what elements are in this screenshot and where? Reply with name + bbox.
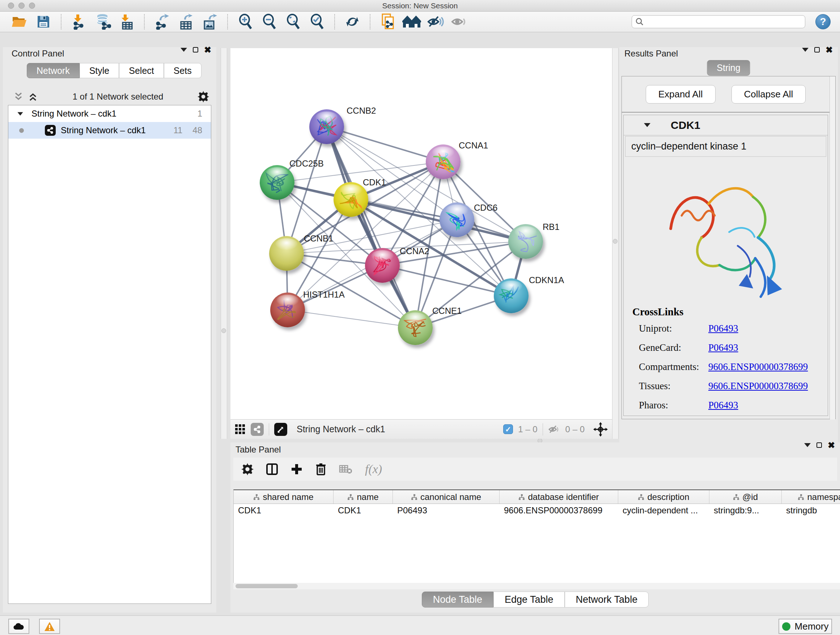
table-row[interactable]: CDK1CDK1P064939606.ENSP00000378699cyclin… — [234, 504, 840, 518]
tab-sets[interactable]: Sets — [164, 63, 202, 78]
cell-name[interactable]: CDK1 — [333, 504, 393, 518]
genecard-link[interactable]: P06493 — [708, 342, 738, 353]
cell-namespace[interactable]: stringdb — [782, 504, 840, 518]
network-type-badge-icon[interactable] — [251, 423, 264, 436]
splitter-handle[interactable] — [613, 239, 617, 244]
network-options-gear-icon[interactable] — [197, 91, 209, 103]
node-details-header[interactable]: CDK1 — [624, 115, 828, 135]
node-label-CDKN1A: CDKN1A — [529, 275, 564, 285]
collapse-entry-icon[interactable] — [644, 123, 651, 127]
node-CCNA2[interactable] — [365, 248, 400, 283]
node-CCNB1[interactable] — [269, 236, 304, 271]
open-file-button[interactable] — [9, 13, 30, 30]
import-table-from-file-button[interactable] — [117, 13, 137, 30]
float-panel-icon[interactable] — [814, 47, 820, 52]
cell-database-identifier[interactable]: 9606.ENSP00000378699 — [500, 504, 618, 518]
cell-canonical-name[interactable]: P06493 — [393, 504, 500, 518]
close-panel-icon[interactable]: ✖ — [826, 47, 833, 52]
node-HIST1H1A[interactable] — [270, 293, 305, 327]
column-header-database-identifier[interactable]: database identifier — [500, 490, 618, 504]
node-RB1[interactable] — [508, 224, 543, 259]
panel-menu-icon[interactable] — [802, 48, 808, 52]
column-header-shared-name[interactable]: shared name — [234, 490, 333, 504]
table-options-gear-icon[interactable] — [241, 463, 254, 475]
delete-column-trash-icon[interactable] — [315, 463, 327, 476]
column-header-namespace[interactable]: namespace — [782, 490, 840, 504]
export-image-button[interactable] — [200, 13, 220, 30]
column-header--id[interactable]: @id — [709, 490, 782, 504]
import-network-from-database-button[interactable] — [93, 13, 113, 30]
memory-button[interactable]: Memory — [778, 619, 832, 634]
right-splitter[interactable] — [612, 48, 619, 439]
collapse-all-networks-icon[interactable] — [13, 91, 24, 102]
houses-icon — [402, 14, 421, 29]
scrollbar-thumb[interactable] — [235, 584, 298, 588]
save-session-button[interactable] — [33, 13, 54, 30]
import-network-from-file-button[interactable] — [69, 13, 89, 30]
collapse-all-button[interactable]: Collapse All — [731, 85, 806, 103]
cell-description[interactable]: cyclin-dependent ... — [618, 504, 709, 518]
create-column-plus-icon[interactable] — [291, 463, 303, 475]
close-panel-icon[interactable]: ✖ — [204, 47, 211, 52]
node-CDKN1A[interactable] — [494, 279, 529, 313]
edge-HIST1H1A-CCNE1[interactable] — [287, 310, 415, 328]
panel-menu-icon[interactable] — [180, 48, 187, 52]
column-header-description[interactable]: description — [618, 490, 709, 504]
panel-menu-icon[interactable] — [804, 443, 811, 447]
fit-content-crosshair-icon[interactable] — [593, 422, 608, 437]
help-button[interactable]: ? — [815, 14, 831, 29]
tab-edge-table[interactable]: Edge Table — [493, 592, 565, 608]
zoom-out-button[interactable] — [259, 13, 279, 30]
column-header-name[interactable]: name — [333, 490, 393, 504]
export-network-button[interactable] — [152, 13, 172, 30]
birdseye-view-icon[interactable] — [274, 423, 287, 436]
network-node-count: 11 — [173, 125, 182, 135]
apply-layout-button[interactable] — [342, 13, 363, 30]
network-collection-row[interactable]: String Network – cdk1 1 — [8, 105, 211, 122]
node-CDC6[interactable] — [439, 203, 474, 237]
show-columns-icon[interactable] — [266, 463, 278, 475]
warnings-button[interactable] — [39, 619, 60, 634]
expand-all-button[interactable]: Expand All — [646, 85, 715, 103]
node-CCNE1[interactable] — [398, 310, 433, 345]
search-input[interactable] — [646, 17, 801, 27]
show-grid-icon[interactable] — [235, 424, 246, 435]
zoom-fit-button[interactable] — [283, 13, 303, 30]
float-panel-icon[interactable] — [816, 442, 822, 448]
tab-node-table[interactable]: Node Table — [422, 592, 493, 608]
copy-network-button[interactable] — [378, 13, 398, 30]
cell-shared-name[interactable]: CDK1 — [234, 504, 333, 518]
show-all-button[interactable] — [449, 13, 470, 30]
export-table-button[interactable] — [176, 13, 196, 30]
results-scrollbar[interactable] — [829, 76, 835, 420]
uniprot-link[interactable]: P06493 — [708, 323, 738, 334]
zoom-selected-button[interactable] — [307, 13, 327, 30]
network-row-selected[interactable]: String Network – cdk1 11 48 — [8, 122, 211, 139]
tab-network-table[interactable]: Network Table — [565, 592, 649, 608]
left-splitter[interactable] — [221, 48, 227, 439]
string-home-button[interactable] — [401, 13, 422, 30]
hide-selected-button[interactable] — [425, 13, 446, 30]
collection-expand-icon[interactable] — [17, 112, 23, 115]
tab-network[interactable]: Network — [27, 63, 80, 78]
pharos-link[interactable]: P06493 — [708, 400, 738, 411]
table-horizontal-scrollbar[interactable] — [233, 583, 840, 589]
column-header-canonical-name[interactable]: canonical name — [393, 490, 500, 504]
close-panel-icon[interactable]: ✖ — [828, 442, 835, 448]
network-canvas[interactable]: CCNB2CCNA1CDC25BCDK1CDC6RB1CCNB1CCNA2CDK… — [231, 48, 612, 419]
splitter-handle[interactable] — [221, 328, 226, 333]
tissues-link[interactable]: 9606.ENSP00000378699 — [708, 380, 808, 392]
tab-string[interactable]: String — [707, 60, 750, 76]
tab-style[interactable]: Style — [80, 63, 119, 78]
selected-nodes-checkbox[interactable]: ✓ — [503, 424, 513, 434]
node-CCNB2[interactable] — [309, 109, 344, 144]
node-CCNA1[interactable] — [426, 144, 461, 179]
node-CDC25B[interactable] — [260, 165, 294, 200]
compartments-link[interactable]: 9606.ENSP00000378699 — [708, 361, 808, 372]
tab-select[interactable]: Select — [119, 63, 164, 78]
cell--id[interactable]: stringdb:9... — [709, 504, 782, 518]
cloud-services-button[interactable] — [8, 619, 29, 634]
expand-all-networks-icon[interactable] — [27, 91, 38, 102]
zoom-in-button[interactable] — [235, 13, 256, 30]
float-panel-icon[interactable] — [193, 47, 198, 52]
